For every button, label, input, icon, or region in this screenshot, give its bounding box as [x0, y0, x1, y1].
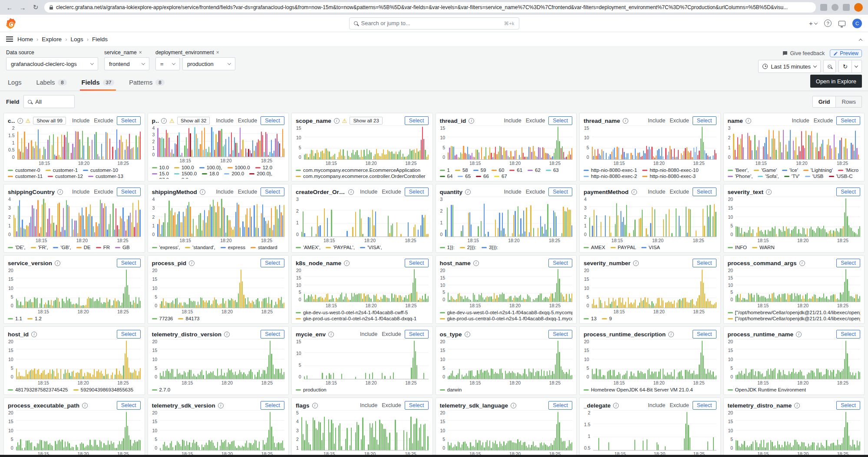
select-button[interactable]: Select: [405, 330, 429, 339]
exclude-button[interactable]: Exclude: [381, 331, 402, 337]
legend-item[interactable]: 27.0: [152, 177, 169, 179]
grafana-logo-icon[interactable]: [6, 18, 17, 29]
legend-item[interactable]: PAYPAL: [611, 245, 636, 250]
select-button[interactable]: Select: [548, 116, 572, 125]
info-icon[interactable]: i: [766, 189, 772, 195]
legend-item[interactable]: 1000.0: [228, 165, 250, 170]
legend-item[interactable]: com.mycompany.ecommerce.controller.Order…: [296, 174, 426, 179]
legend-item[interactable]: customer-10: [83, 168, 118, 173]
refresh-button[interactable]: ↻: [838, 60, 862, 73]
legend-item[interactable]: 77236: [152, 316, 173, 321]
legend-item[interactable]: OpenJDK Runtime Environment: [728, 387, 806, 392]
news-icon[interactable]: [838, 21, 845, 26]
warning-icon[interactable]: ⚠: [26, 118, 31, 124]
include-button[interactable]: Include: [215, 189, 234, 195]
select-button[interactable]: Select: [261, 187, 284, 196]
info-icon[interactable]: i: [473, 260, 479, 266]
legend-item[interactable]: customer-11: [8, 174, 43, 179]
help-icon[interactable]: ?: [824, 20, 832, 27]
legend-item[interactable]: 12.0: [255, 165, 272, 170]
tab-patterns[interactable]: Patterns8: [127, 75, 166, 91]
info-icon[interactable]: i: [633, 260, 639, 266]
legend-item[interactable]: 2.7.0: [152, 387, 171, 392]
reload-icon[interactable]: ↻: [31, 3, 40, 11]
select-button[interactable]: Select: [261, 330, 284, 339]
legend-item[interactable]: 65: [458, 174, 471, 179]
back-icon[interactable]: ←: [5, 4, 14, 11]
legend-item[interactable]: 'TV': [784, 174, 800, 179]
legend-item[interactable]: 5929043986934855635: [73, 387, 134, 392]
info-icon[interactable]: i: [55, 260, 60, 266]
legend-item[interactable]: 'Sofa',: [758, 174, 779, 179]
tab-fields[interactable]: Fields37: [80, 75, 116, 91]
legend-item[interactable]: 60: [492, 168, 505, 173]
legend-item[interactable]: gke-dev-us-west-0-otel-n2s4-1-f04acab8-c…: [296, 310, 408, 315]
exclude-button[interactable]: Exclude: [669, 402, 690, 408]
legend-item[interactable]: 'Lightning': [803, 168, 833, 173]
info-icon[interactable]: i: [312, 403, 318, 408]
legend-item[interactable]: 'Ice': [782, 168, 798, 173]
select-button[interactable]: Select: [548, 187, 572, 196]
info-icon[interactable]: i: [189, 260, 195, 266]
include-button[interactable]: Include: [359, 402, 378, 408]
include-button[interactable]: Include: [647, 189, 666, 195]
info-icon[interactable]: i: [465, 332, 470, 337]
legend-item[interactable]: 200.0: [224, 171, 244, 176]
legend-item[interactable]: 1500.0: [174, 171, 197, 176]
select-button[interactable]: Select: [117, 330, 141, 339]
browser-settings-icon[interactable]: [832, 4, 838, 11]
legend-item[interactable]: customer-12: [48, 174, 83, 179]
exclude-button[interactable]: Exclude: [525, 189, 546, 195]
select-button[interactable]: Select: [548, 401, 572, 410]
legend-item[interactable]: 200.0},: [249, 171, 272, 176]
legend-item[interactable]: http-nio-8080-exec-10: [642, 168, 699, 173]
open-in-explore-button[interactable]: Open in Explore: [810, 75, 862, 88]
add-icon[interactable]: +: [809, 20, 817, 27]
legend-item[interactable]: production: [296, 387, 327, 392]
field-search-select[interactable]: All: [23, 95, 75, 108]
give-feedback-link[interactable]: Give feedback: [782, 50, 825, 56]
legend-item[interactable]: 2}}):: [460, 245, 476, 250]
legend-item[interactable]: Homebrew OpenJDK 64-Bit Server VM 21.0.4: [584, 387, 693, 392]
legend-item[interactable]: 9: [602, 316, 612, 321]
legend-item[interactable]: standard: [251, 245, 277, 250]
view-option-rows[interactable]: Rows: [836, 96, 861, 107]
legend-item[interactable]: 1.1: [8, 316, 22, 321]
legend-item[interactable]: 58: [455, 168, 468, 173]
breadcrumb-item-home[interactable]: Home: [17, 36, 33, 43]
legend-item[interactable]: customer-0: [8, 168, 40, 173]
legend-item[interactable]: 'USB: [805, 174, 824, 179]
exclude-button[interactable]: Exclude: [93, 189, 114, 195]
warning-icon[interactable]: ⚠: [169, 118, 175, 124]
remove-filter-icon[interactable]: ×: [216, 49, 219, 56]
include-button[interactable]: Include: [791, 118, 810, 124]
include-button[interactable]: Include: [503, 118, 522, 124]
info-icon[interactable]: i: [668, 332, 674, 337]
select-button[interactable]: Select: [405, 187, 429, 196]
info-icon[interactable]: i: [57, 189, 63, 195]
info-icon[interactable]: i: [794, 403, 800, 408]
legend-item[interactable]: 15.0: [152, 171, 169, 176]
legend-item[interactable]: 67: [494, 174, 507, 179]
info-icon[interactable]: i: [200, 189, 205, 195]
info-icon[interactable]: i: [334, 118, 340, 124]
breadcrumb-item-fields[interactable]: Fields: [92, 36, 108, 43]
legend-item[interactable]: 'GB',: [53, 245, 71, 250]
show-all-button[interactable]: Show all 32: [177, 117, 210, 125]
zoom-out-button[interactable]: [823, 60, 836, 73]
legend-item[interactable]: 'Beer',: [728, 168, 749, 173]
select-button[interactable]: Select: [693, 259, 716, 267]
legend-item[interactable]: 4817932875823745425: [8, 387, 68, 392]
legend-item[interactable]: darwin: [440, 387, 462, 392]
legend-item[interactable]: 59: [473, 168, 486, 173]
environment-select[interactable]: production: [182, 57, 235, 70]
select-button[interactable]: Select: [405, 259, 429, 267]
legend-item[interactable]: FR: [96, 245, 110, 250]
select-button[interactable]: Select: [117, 116, 141, 125]
legend-item[interactable]: ["/opt/homebrew/Cellar/openjdk@21/21.0.4…: [728, 310, 861, 315]
info-icon[interactable]: i: [344, 260, 350, 266]
legend-item[interactable]: 'USB-C: [829, 174, 853, 179]
legend-item[interactable]: http-nio-8080-exec-3: [642, 174, 696, 179]
select-button[interactable]: Select: [836, 259, 860, 267]
select-button[interactable]: Select: [117, 259, 141, 267]
